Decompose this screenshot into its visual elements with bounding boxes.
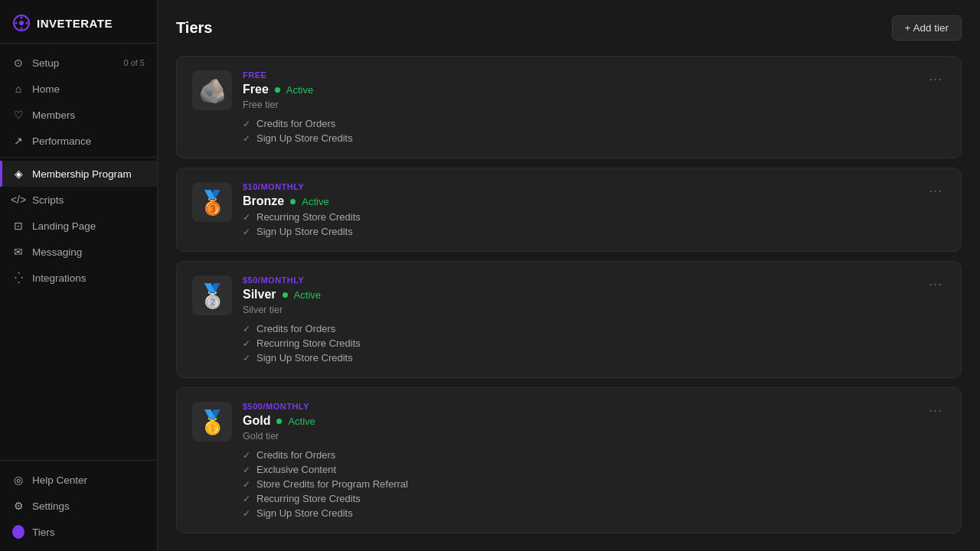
main-content: Tiers + Add tier 🪨 FREE Free Active Free… [158, 0, 980, 551]
sidebar-item-messaging-label: Messaging [32, 246, 82, 258]
tier-feature: ✓ Sign Up Store Credits [243, 132, 353, 144]
performance-icon: ↗ [12, 135, 24, 147]
tier-price-label: $50/MONTHLY [243, 276, 361, 285]
svg-point-5 [26, 22, 28, 24]
feature-label: Recurring Store Credits [256, 337, 361, 349]
nav-divider-1 [0, 157, 157, 158]
tier-info: $10/MONTHLY Bronze Active ✓ Recurring St… [243, 182, 361, 237]
tiers-dot-icon [12, 526, 24, 538]
feature-label: Credits for Orders [256, 449, 335, 461]
tiers-dot [12, 525, 24, 539]
tier-name: Free [243, 83, 269, 96]
scripts-icon: </> [12, 194, 24, 206]
feature-label: Credits for Orders [256, 323, 335, 334]
tier-price-label: FREE [243, 70, 353, 80]
sidebar-item-help-center[interactable]: ◎ Help Center [0, 467, 157, 493]
sidebar-item-messaging[interactable]: ✉ Messaging [0, 239, 157, 265]
tier-features: ✓ Credits for Orders ✓ Sign Up Store Cre… [243, 118, 353, 144]
check-icon: ✓ [243, 494, 250, 504]
check-icon: ✓ [243, 353, 250, 364]
tiers-list: 🪨 FREE Free Active Free tier ✓ Credits f… [176, 56, 962, 533]
tier-features: ✓ Recurring Store Credits ✓ Sign Up Stor… [243, 211, 361, 237]
sidebar-item-scripts[interactable]: </> Scripts [0, 187, 157, 213]
check-icon: ✓ [243, 133, 250, 144]
feature-label: Recurring Store Credits [256, 493, 361, 504]
feature-label: Credits for Orders [256, 118, 335, 129]
tier-name: Bronze [243, 194, 284, 208]
status-text: Active [294, 289, 321, 301]
tier-feature: ✓ Recurring Store Credits [243, 493, 408, 504]
tier-price-label: $500/MONTHLY [243, 402, 408, 411]
integrations-icon: ⁛ [12, 272, 24, 284]
membership-icon: ◈ [12, 168, 24, 180]
check-icon: ✓ [243, 212, 250, 223]
sidebar-item-settings[interactable]: ⚙ Settings [0, 493, 157, 519]
tier-card-header: 🥈 $50/MONTHLY Silver Active Silver tier … [192, 276, 361, 364]
sidebar-item-integrations-label: Integrations [32, 272, 87, 284]
sidebar-item-members-label: Members [32, 109, 75, 121]
status-dot [276, 419, 282, 424]
add-tier-button[interactable]: + Add tier [892, 15, 962, 41]
tier-name: Silver [243, 288, 276, 302]
tier-card-silver: 🥈 $50/MONTHLY Silver Active Silver tier … [176, 261, 962, 378]
sidebar-item-landing-page[interactable]: ⊡ Landing Page [0, 213, 157, 239]
check-icon: ✓ [243, 508, 250, 519]
tier-name-row: Gold Active [243, 414, 408, 428]
tier-more-button[interactable]: ··· [926, 182, 946, 199]
svg-point-4 [15, 22, 18, 24]
check-icon: ✓ [243, 227, 250, 237]
page-title: Tiers [176, 19, 212, 37]
tier-feature: ✓ Sign Up Store Credits [243, 507, 408, 519]
logo-area: INVETERATE [0, 0, 157, 44]
tier-emoji: 🥈 [192, 276, 232, 315]
check-icon: ✓ [243, 338, 250, 349]
tier-more-button[interactable]: ··· [926, 276, 946, 292]
tier-card-header: 🥉 $10/MONTHLY Bronze Active ✓ Recurring … [192, 182, 361, 237]
svg-point-3 [21, 28, 23, 30]
status-text: Active [302, 196, 328, 207]
status-text: Active [286, 84, 313, 96]
sidebar-item-setup-label: Setup [32, 57, 59, 69]
tier-card-header: 🪨 FREE Free Active Free tier ✓ Credits f… [192, 70, 353, 144]
sidebar-item-integrations[interactable]: ⁛ Integrations [0, 265, 157, 291]
tier-feature: ✓ Exclusive Content [243, 464, 408, 475]
tier-card-gold: 🥇 $500/MONTHLY Gold Active Gold tier ✓ C… [176, 387, 962, 533]
tier-description: Gold tier [243, 431, 408, 442]
tier-emoji: 🥉 [192, 182, 232, 222]
setup-badge: 0 of 5 [123, 58, 145, 67]
tier-more-button[interactable]: ··· [926, 70, 946, 87]
tier-name-row: Bronze Active [243, 194, 361, 208]
tier-emoji: 🥇 [192, 402, 232, 442]
sidebar-item-performance[interactable]: ↗ Performance [0, 128, 157, 154]
check-icon: ✓ [243, 450, 250, 461]
svg-point-1 [19, 21, 24, 25]
tier-features: ✓ Credits for Orders ✓ Exclusive Content… [243, 449, 408, 519]
tier-features: ✓ Credits for Orders ✓ Recurring Store C… [243, 323, 361, 364]
sidebar-item-tiers[interactable]: Tiers [0, 519, 157, 545]
help-center-icon: ◎ [12, 474, 24, 486]
tier-name: Gold [243, 414, 270, 428]
tier-more-button[interactable]: ··· [926, 402, 946, 419]
tier-feature: ✓ Sign Up Store Credits [243, 352, 361, 364]
logo-text: INVETERATE [37, 17, 113, 30]
svg-point-2 [21, 17, 23, 19]
check-icon: ✓ [243, 479, 250, 490]
tier-feature: ✓ Sign Up Store Credits [243, 226, 361, 237]
sidebar-item-home[interactable]: ⌂ Home [0, 76, 157, 102]
feature-label: Sign Up Store Credits [256, 507, 353, 519]
setup-icon: ⊙ [12, 57, 24, 69]
tier-info: $50/MONTHLY Silver Active Silver tier ✓ … [243, 276, 361, 364]
sidebar-item-members[interactable]: ♡ Members [0, 102, 157, 128]
tier-name-row: Free Active [243, 83, 353, 96]
tier-card-free: 🪨 FREE Free Active Free tier ✓ Credits f… [176, 56, 962, 158]
sidebar-item-scripts-label: Scripts [32, 194, 64, 206]
sidebar-item-help-center-label: Help Center [32, 474, 87, 486]
sidebar-item-setup[interactable]: ⊙ Setup 0 of 5 [0, 50, 157, 76]
tier-feature: ✓ Store Credits for Program Referral [243, 478, 408, 490]
sidebar-item-membership-program[interactable]: ◈ Membership Program [0, 161, 157, 187]
feature-label: Recurring Store Credits [256, 211, 361, 223]
check-icon: ✓ [243, 119, 250, 129]
feature-label: Exclusive Content [256, 464, 336, 475]
tier-feature: ✓ Credits for Orders [243, 449, 408, 461]
tier-card-header: 🥇 $500/MONTHLY Gold Active Gold tier ✓ C… [192, 402, 408, 519]
